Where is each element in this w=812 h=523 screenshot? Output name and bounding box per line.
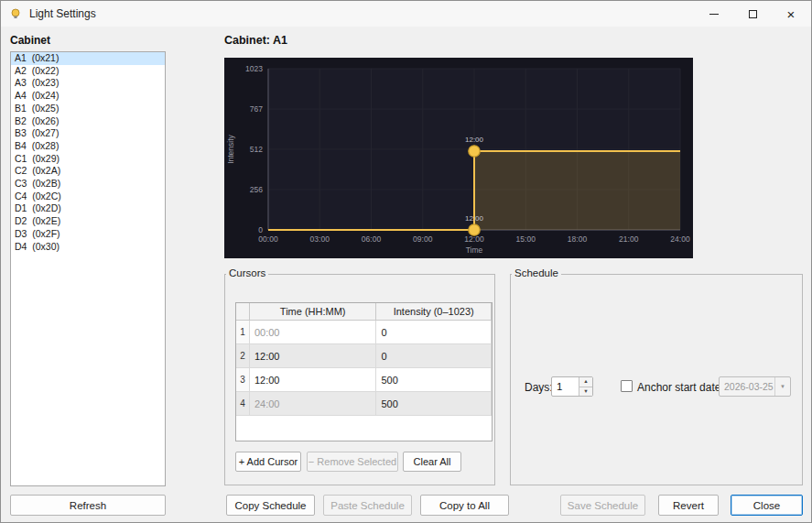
cursor-intensity-cell[interactable]: 500 bbox=[376, 368, 492, 392]
close-button[interactable]: Close bbox=[731, 495, 803, 516]
column-header-time[interactable]: Time (HH:MM) bbox=[250, 303, 377, 321]
cabinet-list-item[interactable]: B3 (0x27) bbox=[11, 127, 165, 140]
column-header-intensity[interactable]: Intensity (0–1023) bbox=[376, 303, 492, 321]
cursor-time-cell[interactable]: 12:00 bbox=[250, 368, 377, 392]
cursor-marker[interactable] bbox=[469, 146, 480, 157]
schedule-group-label: Schedule bbox=[512, 267, 561, 278]
cabinet-list-item[interactable]: A1 (0x21) bbox=[11, 52, 165, 65]
row-number: 4 bbox=[236, 392, 250, 416]
cabinet-list[interactable]: A1 (0x21)A2 (0x22)A3 (0x23)A4 (0x24)B1 (… bbox=[10, 51, 166, 486]
cabinet-list-item[interactable]: B1 (0x25) bbox=[11, 103, 165, 115]
copy-schedule-button[interactable]: Copy Schedule bbox=[226, 495, 315, 516]
days-spin-up-button[interactable]: ▲ bbox=[579, 377, 592, 387]
svg-text:Time: Time bbox=[466, 245, 483, 255]
cursor-row: 212:000 bbox=[236, 344, 492, 368]
cabinet-header: Cabinet: A1 bbox=[224, 34, 287, 47]
table-corner bbox=[236, 303, 250, 321]
days-label: Days: bbox=[525, 381, 553, 394]
cursor-table-header: Time (HH:MM)Intensity (0–1023) bbox=[236, 303, 492, 321]
anchor-date-value: 2026-03-25 bbox=[720, 377, 774, 396]
date-dropdown-button[interactable]: ▼ bbox=[774, 377, 790, 396]
window-controls: × bbox=[695, 1, 810, 27]
cursors-group: Cursors Time (HH:MM)Intensity (0–1023)10… bbox=[224, 267, 495, 485]
light-settings-window: Light Settings × Cabinet A1 (0x21)A2 (0x… bbox=[0, 0, 812, 523]
svg-text:767: 767 bbox=[250, 104, 263, 114]
svg-text:18:00: 18:00 bbox=[568, 234, 588, 244]
cabinet-panel-label: Cabinet bbox=[10, 34, 50, 47]
cabinet-list-item[interactable]: D1 (0x2D) bbox=[11, 202, 165, 215]
cursor-row: 100:000 bbox=[236, 321, 492, 344]
svg-text:00:00: 00:00 bbox=[258, 234, 278, 244]
svg-text:512: 512 bbox=[250, 145, 263, 154]
anchor-date-label: Anchor start date: bbox=[637, 381, 724, 394]
svg-text:09:00: 09:00 bbox=[413, 234, 433, 244]
days-spin-down-button[interactable]: ▼ bbox=[579, 387, 592, 397]
cursor-marker[interactable] bbox=[469, 224, 480, 235]
days-value[interactable]: 1 bbox=[552, 377, 579, 396]
schedule-group: Schedule Days: 1 ▲ ▼ Anchor start date: … bbox=[510, 267, 803, 485]
minimize-button[interactable] bbox=[695, 1, 733, 27]
cabinet-list-item[interactable]: D2 (0x2E) bbox=[11, 215, 165, 228]
cursor-table[interactable]: Time (HH:MM)Intensity (0–1023)100:000212… bbox=[235, 302, 493, 441]
revert-button[interactable]: Revert bbox=[658, 495, 719, 516]
remove-selected-button[interactable]: − Remove Selected bbox=[307, 452, 398, 472]
save-schedule-button[interactable]: Save Schedule bbox=[560, 495, 645, 516]
anchor-date-checkbox[interactable] bbox=[621, 380, 633, 392]
svg-text:12:00: 12:00 bbox=[465, 136, 484, 144]
cabinet-list-item[interactable]: C3 (0x2B) bbox=[11, 178, 165, 191]
cabinet-list-item[interactable]: A4 (0x24) bbox=[11, 90, 165, 103]
svg-text:21:00: 21:00 bbox=[619, 234, 639, 244]
copy-to-all-button[interactable]: Copy to All bbox=[420, 495, 509, 516]
window-close-button[interactable]: × bbox=[772, 1, 810, 27]
cursor-intensity-cell[interactable]: 500 bbox=[376, 392, 492, 416]
cabinet-list-item[interactable]: C1 (0x29) bbox=[11, 153, 165, 166]
refresh-button[interactable]: Refresh bbox=[10, 495, 166, 516]
cursors-group-label: Cursors bbox=[226, 267, 268, 278]
cursor-time-cell[interactable]: 12:00 bbox=[250, 344, 377, 368]
row-number: 1 bbox=[236, 321, 250, 344]
spin-down-icon: ▼ bbox=[583, 389, 588, 395]
maximize-icon bbox=[749, 10, 757, 18]
spin-up-icon: ▲ bbox=[583, 379, 588, 385]
svg-text:Intensity: Intensity bbox=[226, 134, 235, 163]
cabinet-list-item[interactable]: B4 (0x28) bbox=[11, 140, 165, 153]
svg-text:1023: 1023 bbox=[245, 64, 263, 73]
svg-text:03:00: 03:00 bbox=[310, 234, 330, 244]
cabinet-list-item[interactable]: A3 (0x23) bbox=[11, 77, 165, 90]
maximize-button[interactable] bbox=[733, 1, 772, 27]
row-number: 3 bbox=[236, 368, 250, 392]
cursor-intensity-cell[interactable]: 0 bbox=[376, 321, 492, 344]
anchor-date-picker[interactable]: 2026-03-25 ▼ bbox=[719, 376, 791, 397]
days-spinbox[interactable]: 1 ▲ ▼ bbox=[551, 376, 593, 397]
cabinet-list-item[interactable]: D3 (0x2F) bbox=[11, 228, 165, 241]
cursor-intensity-cell[interactable]: 0 bbox=[376, 344, 492, 368]
cursor-time-cell[interactable]: 00:00 bbox=[250, 321, 377, 344]
add-cursor-button[interactable]: + Add Cursor bbox=[235, 452, 301, 472]
cabinet-list-item[interactable]: A2 (0x22) bbox=[11, 65, 165, 78]
clear-all-button[interactable]: Clear All bbox=[403, 452, 461, 472]
lightbulb-app-icon bbox=[9, 7, 22, 20]
cabinet-list-item[interactable]: D4 (0x30) bbox=[11, 241, 165, 254]
close-icon: × bbox=[787, 7, 796, 21]
window-title: Light Settings bbox=[29, 7, 96, 20]
svg-text:15:00: 15:00 bbox=[516, 234, 536, 244]
chart-svg: 0256512767102300:0003:0006:0009:0012:001… bbox=[224, 58, 693, 258]
paste-schedule-button[interactable]: Paste Schedule bbox=[323, 495, 412, 516]
cabinet-list-item[interactable]: C4 (0x2C) bbox=[11, 191, 165, 203]
cursor-row: 312:00500 bbox=[236, 368, 492, 392]
titlebar: Light Settings × bbox=[1, 1, 811, 27]
intensity-chart[interactable]: 0256512767102300:0003:0006:0009:0012:001… bbox=[224, 58, 693, 258]
svg-text:06:00: 06:00 bbox=[362, 234, 382, 244]
svg-text:24:00: 24:00 bbox=[670, 234, 690, 244]
cabinet-list-item[interactable]: B2 (0x26) bbox=[11, 115, 165, 128]
dropdown-arrow-icon: ▼ bbox=[780, 384, 785, 389]
cursor-row: 424:00500 bbox=[236, 392, 492, 416]
cursor-time-cell[interactable]: 24:00 bbox=[250, 392, 377, 416]
minimize-icon bbox=[709, 14, 719, 15]
cabinet-list-item[interactable]: C2 (0x2A) bbox=[11, 165, 165, 178]
svg-text:12:00: 12:00 bbox=[465, 214, 484, 223]
svg-text:0: 0 bbox=[258, 225, 263, 234]
days-spin-arrows: ▲ ▼ bbox=[579, 377, 592, 396]
svg-text:256: 256 bbox=[250, 185, 263, 194]
row-number: 2 bbox=[236, 344, 250, 368]
